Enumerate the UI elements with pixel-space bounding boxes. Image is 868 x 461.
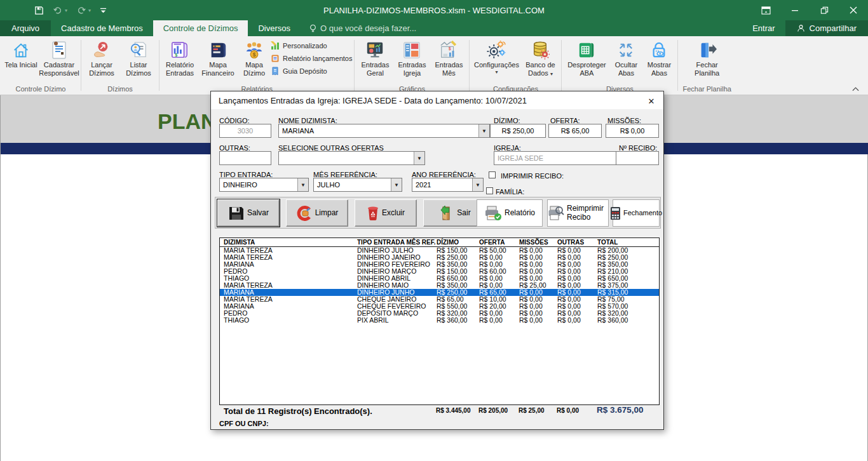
- ribbon-display-options-icon[interactable]: [751, 0, 780, 20]
- nome-dizimista-combobox[interactable]: MARIANA ▼: [278, 124, 490, 138]
- calculator-icon: [610, 206, 621, 220]
- familia-checkbox[interactable]: [486, 187, 493, 194]
- undo-icon[interactable]: ▾: [53, 6, 67, 15]
- tipo-entrada-combobox[interactable]: DINHEIRO ▼: [219, 178, 309, 192]
- num-recibo-field[interactable]: [616, 151, 659, 165]
- lancar-dizimos-button[interactable]: Lançar Dízimos: [83, 37, 120, 77]
- table-body: MARIA TEREZADINHEIRO JULHOR$ 150,00 R$ 5…: [220, 247, 659, 324]
- button-label: Mapa Dízimo: [238, 61, 271, 77]
- group-divider: [354, 40, 355, 91]
- ribbon-group-relatorios: $ Relatório Entradas $ Mapa Financeiro $…: [160, 37, 353, 95]
- restore-icon[interactable]: [810, 0, 839, 20]
- table-header-row: DIZIMISTA TIPO ENTRADA MÊS REF. DÍZIMO O…: [220, 238, 659, 247]
- mes-referencia-combobox[interactable]: JULHO ▼: [313, 178, 402, 192]
- relatorio-entradas-button[interactable]: $ Relatório Entradas: [161, 37, 198, 77]
- tell-me-search[interactable]: O que você deseja fazer...: [301, 20, 425, 36]
- imprimir-recibo-checkbox[interactable]: [489, 171, 496, 178]
- tell-me-label: O que você deseja fazer...: [320, 23, 416, 33]
- account-area: Entrar Compartilhar: [742, 20, 868, 36]
- combo-arrow-icon[interactable]: ▼: [472, 178, 483, 191]
- redo-icon[interactable]: ▾: [76, 6, 91, 15]
- ano-referencia-combobox[interactable]: 2021 ▼: [412, 178, 484, 192]
- excel-window: ▾ ▾ PLANILHA-DIZIMOS-MEMBROS.xlsm - WESD…: [0, 0, 868, 461]
- database-icon: [531, 39, 550, 61]
- entries-table[interactable]: DIZIMISTA TIPO ENTRADA MÊS REF. DÍZIMO O…: [219, 237, 660, 405]
- configuracoes-button[interactable]: Configurações ▾: [471, 37, 521, 75]
- save-icon[interactable]: [34, 6, 44, 15]
- report-entries-icon: $: [170, 39, 189, 61]
- printer-search-icon: [548, 206, 564, 221]
- button-label: Lançar Dízimos: [83, 61, 120, 77]
- combo-arrow-icon[interactable]: ▼: [297, 178, 308, 191]
- codigo-field[interactable]: 3030: [219, 124, 271, 138]
- salvar-button[interactable]: Salvar: [217, 199, 280, 227]
- sign-in-button[interactable]: Entrar: [742, 20, 785, 36]
- title-bar: ▾ ▾ PLANILHA-DIZIMOS-MEMBROS.xlsm - WESD…: [0, 0, 868, 20]
- cadastrar-responsavel-button[interactable]: Cadastrar Responsável: [39, 37, 79, 77]
- customize-qat-icon[interactable]: [100, 7, 107, 14]
- button-label: Desproteger ABA: [564, 61, 609, 77]
- total-missoes: R$ 25,00: [515, 407, 553, 415]
- fechar-planilha-button[interactable]: Fechar Planilha: [687, 37, 728, 77]
- exit-door-arrow-icon: [438, 206, 454, 221]
- dialog-close-icon[interactable]: ✕: [646, 95, 657, 107]
- finance-map-icon: $: [208, 39, 227, 61]
- collapse-arrows-icon: [617, 39, 635, 61]
- excluir-button[interactable]: Excluir: [355, 199, 417, 227]
- minimize-icon[interactable]: [780, 0, 810, 20]
- button-label: Entradas Mês: [430, 61, 467, 77]
- col-tipo-entrada: TIPO ENTRADA MÊS REF.: [353, 239, 433, 246]
- col-dizimo: DÍZIMO: [433, 239, 475, 246]
- tab-controle-de-dizimos[interactable]: Controle de Dízimos: [153, 20, 248, 36]
- reimprimir-recibo-button[interactable]: Reimprimir Recibo: [547, 199, 609, 227]
- total-dizimo: R$ 3.445,00: [432, 407, 475, 415]
- button-label: Cadastrar Responsável: [39, 61, 79, 77]
- fechamento-button[interactable]: Fechamento: [613, 199, 660, 227]
- svg-text:$: $: [253, 51, 256, 58]
- exit-door-icon: [698, 39, 717, 61]
- desproteger-aba-button[interactable]: Desproteger ABA: [564, 37, 609, 77]
- collapse-ribbon-icon[interactable]: [852, 86, 859, 91]
- table-row[interactable]: THIAGOPIX ABRILR$ 360,00 R$ 0,00R$ 0,00R…: [220, 317, 659, 324]
- entradas-igreja-button[interactable]: Entradas Igreja: [393, 37, 430, 77]
- mapa-dizimo-button[interactable]: $ Mapa Dízimo: [238, 37, 271, 77]
- relatorio-button[interactable]: Relatório: [477, 199, 543, 227]
- entradas-geral-button[interactable]: Entradas Geral: [356, 37, 393, 77]
- ocultar-abas-button[interactable]: Ocultar Abas: [609, 37, 642, 77]
- dizimo-field[interactable]: R$ 250,00: [490, 124, 546, 138]
- tela-inicial-button[interactable]: Tela Inicial: [3, 37, 39, 69]
- cleaner-icon: [296, 206, 313, 221]
- entradas-mes-button[interactable]: $ Entradas Mês: [430, 37, 467, 77]
- record-count-text: Total de 11 Registro(s) Encontrado(s).: [224, 406, 372, 416]
- mostrar-abas-button[interactable]: Mostrar Abas: [642, 37, 675, 77]
- close-icon[interactable]: [839, 0, 868, 20]
- mapa-financeiro-button[interactable]: $ Mapa Financeiro: [198, 37, 238, 77]
- missoes-field[interactable]: R$ 0,00: [606, 124, 659, 138]
- tab-arquivo[interactable]: Arquivo: [0, 20, 51, 36]
- svg-text:$: $: [175, 53, 178, 58]
- button-label: Guia Depósito: [283, 67, 327, 75]
- search-person-icon: [129, 39, 148, 61]
- tab-cadastro-de-membros[interactable]: Cadastro de Membros: [51, 20, 153, 36]
- familia-label: FAMÍLIA:: [496, 188, 524, 196]
- oferta-field[interactable]: R$ 65,00: [548, 124, 602, 138]
- svg-text:$: $: [449, 46, 451, 51]
- personalizado-button[interactable]: Personalizado: [271, 41, 352, 50]
- selecione-ofertas-combobox[interactable]: ▼: [278, 151, 425, 165]
- group-label: Fechar Planilha: [680, 84, 733, 95]
- guia-deposito-button[interactable]: Guia Depósito: [271, 67, 352, 76]
- relatorio-lancamentos-button[interactable]: Relatório lançamentos: [271, 54, 352, 63]
- combo-arrow-icon[interactable]: ▼: [391, 178, 402, 191]
- listar-dizimos-button[interactable]: Listar Dízimos: [120, 37, 157, 77]
- combo-arrow-icon[interactable]: ▼: [478, 124, 489, 137]
- outras-field[interactable]: [219, 151, 271, 165]
- trash-icon: [367, 206, 379, 221]
- dropdown-arrow-icon: ▾: [495, 69, 498, 75]
- combo-arrow-icon[interactable]: ▼: [414, 152, 424, 164]
- button-label: Personalizado: [283, 42, 327, 50]
- tab-diversos[interactable]: Diversos: [248, 20, 301, 36]
- limpar-button[interactable]: Limpar: [286, 199, 348, 227]
- col-oferta: OFERTA: [475, 239, 515, 246]
- share-button[interactable]: Compartilhar: [785, 20, 868, 36]
- banco-de-dados-button[interactable]: Banco de Dados ▾: [521, 37, 559, 77]
